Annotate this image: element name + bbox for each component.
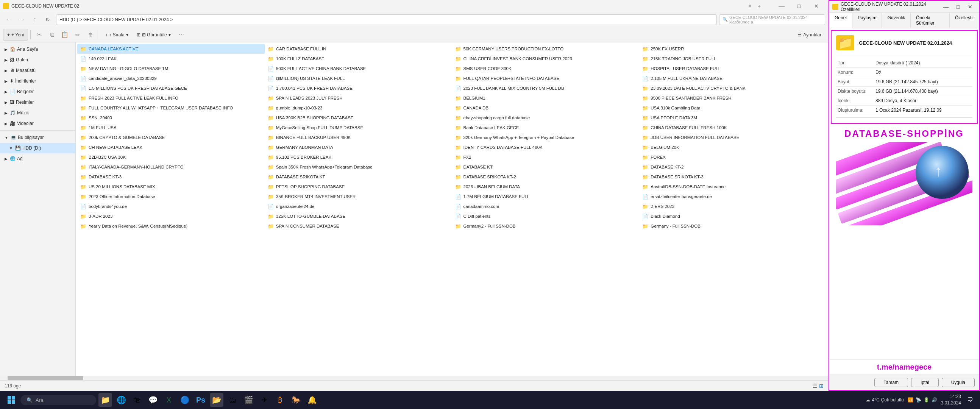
file-item[interactable]: 📁DATABASE KT-3 xyxy=(77,172,265,182)
file-item[interactable]: 📁95.102 PCS BROKER LEAK xyxy=(265,152,452,162)
sort-button[interactable]: ↕ ↕ Sırala ▾ xyxy=(102,29,132,41)
file-item[interactable]: 📁215K TRADING JOB USER FULL xyxy=(639,54,827,64)
tab-paylasim[interactable]: Paylaşım xyxy=(853,13,882,28)
file-item[interactable]: 📁IDENTY CARDS DATABASE FULL 480K xyxy=(452,142,640,152)
file-item[interactable]: 📁2023 - IBAN BELGIUM DATA xyxy=(452,182,640,192)
file-item[interactable]: 📁gumble_dump-10-03-23 xyxy=(265,103,452,113)
notification-center-icon[interactable]: 🗨 xyxy=(965,395,975,405)
file-item[interactable]: 📁US 20 MILLIONS DATABASE MIX xyxy=(77,182,265,192)
taskbar-whatsapp-icon[interactable]: 💬 xyxy=(146,393,160,407)
file-item[interactable]: 📁HOSPITAL USER DATABASE FULL xyxy=(639,64,827,73)
taskbar-ps-icon[interactable]: Ps xyxy=(194,393,207,407)
file-item[interactable]: 📁50K GERMANY USERS PRODUCTION FX-LOTTO xyxy=(452,44,640,54)
close-tab-icon[interactable]: ✕ xyxy=(748,3,752,8)
tab-guvenlik[interactable]: Güvenlik xyxy=(882,13,911,28)
file-item[interactable]: 📁SPAIN CONSUMER DATABASE xyxy=(265,221,452,231)
rename-button[interactable]: ✏ xyxy=(72,29,84,41)
file-item[interactable]: 📄500K FULL ACTIVE CHINA BANK DATABASE xyxy=(265,64,452,73)
file-item[interactable]: 📁SMS-USER CODE 300K xyxy=(452,64,640,73)
start-button[interactable] xyxy=(5,393,18,407)
file-item[interactable]: 📁2-ERS 2023 xyxy=(639,202,827,211)
taskbar-bitcoin-icon[interactable]: ₿ xyxy=(274,393,287,407)
taskbar-edge-icon[interactable]: 🌐 xyxy=(115,393,128,407)
file-item[interactable]: 📁CANADA DB xyxy=(452,103,640,113)
taskbar-notification-icon[interactable]: 🔔 xyxy=(305,393,319,407)
details-button[interactable]: ☰ Ayrıntılar xyxy=(794,29,825,41)
file-item[interactable]: 📄1.5 MILLIONS PCS UK FRESH DATABASE GECE xyxy=(77,83,265,93)
tab-ozellestir[interactable]: Özelleştir xyxy=(950,13,979,28)
file-item[interactable]: 📁Spain 350K Fresh WhatsApp+Telegram Data… xyxy=(265,162,452,172)
file-item[interactable]: 📄Black Diamond xyxy=(639,211,827,221)
file-item[interactable]: 📁35K BROKER MT4 INVESTMENT USER xyxy=(265,192,452,202)
file-item[interactable]: 📄candidate_answer_data_20230329 xyxy=(77,73,265,83)
taskbar-clock[interactable]: 14:23 3.01.2024 xyxy=(941,393,961,406)
file-item[interactable]: 📄canadaammo.com xyxy=(452,202,640,211)
file-item[interactable]: 📁23.09.2023 DATE FULL ACTV CRYPTO & BANK xyxy=(639,83,827,93)
sidebar-item-videos[interactable]: ▶🎥 Videolar xyxy=(0,118,75,129)
file-item[interactable]: 📁JOB USER INFORMATION FULL DATABASE xyxy=(639,132,827,142)
cut-button[interactable]: ✂ xyxy=(33,29,45,41)
file-item[interactable]: 📁USA 390K B2B SHOPPING DATABASE xyxy=(265,113,452,123)
file-item[interactable]: 📁FULL COUNTRY ALL WHATSAPP + TELEGRAM US… xyxy=(77,103,265,113)
sidebar-item-network[interactable]: ▶🌐 Ağ xyxy=(0,153,75,164)
file-item[interactable]: 📁9500 PIECE SANTANDER BANK FRESH xyxy=(639,93,827,103)
back-button[interactable]: ← xyxy=(3,14,15,26)
refresh-button[interactable]: ↻ xyxy=(41,14,54,26)
new-tab-icon[interactable]: + xyxy=(758,3,761,9)
file-item[interactable]: 📁FX2 xyxy=(452,152,640,162)
file-item[interactable]: 📁GERMANY ABONMAN DATA xyxy=(265,142,452,152)
file-item[interactable]: 📁3-ADR 2023 xyxy=(77,211,265,221)
file-item[interactable]: 📄C Diff patients xyxy=(452,211,640,221)
file-item[interactable]: 📁DATABASE SRIKOTA KT-3 xyxy=(639,172,827,182)
file-item[interactable]: 📁1M FULL USA xyxy=(77,123,265,132)
file-item[interactable]: 📁250K FX USERR xyxy=(639,44,827,54)
file-item[interactable]: 📁BELGIUM1 xyxy=(452,93,640,103)
close-window-button[interactable]: ✕ xyxy=(808,0,825,12)
file-item[interactable]: 📁B2B-B2C USA 30K xyxy=(77,152,265,162)
file-item[interactable]: 📄1.7M BELGIUM DATABASE FULL xyxy=(452,192,640,202)
props-minimize-button[interactable]: — xyxy=(940,1,952,13)
forward-button[interactable]: → xyxy=(16,14,28,26)
file-item[interactable]: 📄2.105 M FULL UKRAİNE DATABASE xyxy=(639,73,827,83)
file-item[interactable]: 📁320k Germany WhatsApp + Telegram + Payp… xyxy=(452,132,640,142)
tab-onceki[interactable]: Önceki Sürümler xyxy=(911,13,950,28)
file-item[interactable]: 📄bodybrands4you.de xyxy=(77,202,265,211)
more-button[interactable]: ⋯ xyxy=(175,29,188,41)
file-item[interactable]: 📄2023 FULL BANK ALL MIX COUNTRY 5M FULL … xyxy=(452,83,640,93)
search-box[interactable]: 🔍 GECE-CLOUD NEW UPDATE 02.01.2024 klasö… xyxy=(719,14,825,25)
file-item[interactable]: 📁DATABASE KT xyxy=(452,162,640,172)
taskbar-file-explorer-icon[interactable]: 📁 xyxy=(99,393,112,407)
file-item[interactable]: 📁Germany2 - Full SSN-DOB xyxy=(452,221,640,231)
file-item[interactable]: 📁FRESH 2023 FULL ACTIVE LEAK FULL INFO xyxy=(77,93,265,103)
sidebar-item-music[interactable]: ▶🎵 Müzik xyxy=(0,108,75,118)
file-item[interactable]: 📁FOREX xyxy=(639,152,827,162)
file-item[interactable]: 📁2023 Officer Information Database xyxy=(77,192,265,202)
sidebar-item-home[interactable]: ▶🏠 Ana Sayfa xyxy=(0,44,75,54)
file-item[interactable]: 📁ITALY-CANADA-GERMANY-HOLLAND CRYPTO xyxy=(77,162,265,172)
minimize-button[interactable]: — xyxy=(773,0,790,12)
view-button[interactable]: ⊞ ⊞ Görüntüle ▾ xyxy=(133,29,175,41)
sidebar-item-documents[interactable]: ▶📄 Belgeler xyxy=(0,86,75,97)
file-item[interactable]: 📄ersatzteilcenter-hausgeraete.de xyxy=(639,192,827,202)
horizontal-scrollbar[interactable] xyxy=(0,376,828,380)
file-item[interactable]: 📁CANADA LEAKS ACTIVE xyxy=(77,44,265,54)
ok-button[interactable]: Tamam xyxy=(874,378,908,387)
file-item[interactable]: 📁CH NEW DATABASE LEAK xyxy=(77,142,265,152)
file-item[interactable]: 📄organzabeutel24.de xyxy=(265,202,452,211)
file-item[interactable]: 📁SSN_29400 xyxy=(77,113,265,123)
file-item[interactable]: 📁AustraliDB-SSN-DOB-DATE Insurance xyxy=(639,182,827,192)
taskbar-files-icon[interactable]: 📂 xyxy=(210,393,223,407)
file-item[interactable]: 📁CHINA DATABASE FULL FRESH 100K xyxy=(639,123,827,132)
props-close-button[interactable]: ✕ xyxy=(964,1,976,13)
breadcrumb-bar[interactable]: HDD (D:) > GECE-CLOUD NEW UPDATE 02.01.2… xyxy=(56,14,717,25)
taskbar-video-icon[interactable]: 🎬 xyxy=(242,393,255,407)
file-item[interactable]: 📁PETSHOP SHOPPING DATABASE xyxy=(265,182,452,192)
file-list[interactable]: 📁CANADA LEAKS ACTIVE📁CAR DATABASE FULL I… xyxy=(76,42,828,376)
file-item[interactable]: 📁USA 310k Gambling Data xyxy=(639,103,827,113)
file-item[interactable]: 📁Germany - Full SSN-DOB xyxy=(639,221,827,231)
tab-genel[interactable]: Genel xyxy=(829,13,853,29)
file-item[interactable]: 📄($MILLION) US STATE LEAK FULL xyxy=(265,73,452,83)
file-item[interactable]: 📁BINANCE FULL BACKUP USER 490K xyxy=(265,132,452,142)
file-item[interactable]: 📁200k CRYPTO & GUMBLE DATABASE xyxy=(77,132,265,142)
maximize-button[interactable]: □ xyxy=(790,0,808,12)
